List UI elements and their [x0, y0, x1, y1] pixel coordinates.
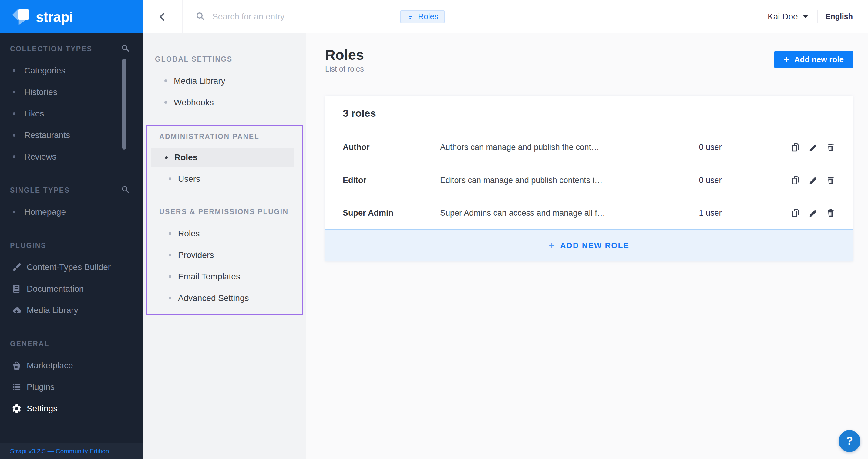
filter-icon: [407, 13, 414, 20]
settings-item-advanced-settings[interactable]: Advanced Settings: [147, 287, 302, 309]
bullet-icon: [168, 232, 172, 235]
add-new-role-button[interactable]: + Add new role: [774, 51, 853, 68]
language-selector[interactable]: English: [826, 12, 853, 21]
settings-item-users[interactable]: Users: [147, 168, 302, 190]
sidebar-item-marketplace[interactable]: Marketplace: [0, 355, 143, 376]
edit-icon[interactable]: [808, 208, 818, 218]
delete-icon[interactable]: [826, 208, 836, 218]
settings-item-roles-admin[interactable]: Roles: [151, 148, 294, 167]
chevron-left-icon: [157, 11, 168, 22]
collection-types-heading: COLLECTION TYPES: [10, 45, 92, 53]
search-icon[interactable]: [121, 185, 129, 195]
sidebar-item-media-library[interactable]: Media Library: [0, 299, 143, 321]
roles-card: 3 roles Author Authors can manage and pu…: [325, 96, 853, 261]
page-subtitle: List of roles: [325, 65, 364, 73]
roles-count: 3 roles: [325, 96, 853, 131]
edit-icon[interactable]: [808, 175, 818, 185]
add-new-role-footer-button[interactable]: + ADD NEW ROLE: [325, 230, 853, 261]
topbar-right: Kai Doe English: [458, 0, 868, 33]
role-name: Author: [343, 143, 440, 152]
page-title: Roles: [325, 47, 364, 63]
sidebar-item-restaurants[interactable]: Restaurants: [0, 124, 143, 146]
sidebar-item-reviews[interactable]: Reviews: [0, 146, 143, 167]
help-button[interactable]: ?: [839, 430, 860, 452]
gear-icon: [11, 403, 23, 415]
bullet-icon: [165, 156, 168, 159]
main-sidebar: strapi COLLECTION TYPES Categories Histo…: [0, 0, 143, 459]
duplicate-icon[interactable]: [790, 142, 801, 153]
sidebar-item-histories[interactable]: Histories: [0, 81, 143, 103]
duplicate-icon[interactable]: [790, 208, 801, 218]
table-row-author[interactable]: Author Authors can manage and publish th…: [325, 131, 853, 164]
caret-down-icon: [803, 15, 808, 18]
sidebar-item-homepage[interactable]: Homepage: [0, 201, 143, 223]
search-input[interactable]: [212, 12, 400, 22]
bullet-icon: [13, 112, 16, 115]
role-user-count: 1 user: [680, 208, 741, 218]
sidebar-item-plugins[interactable]: Plugins: [0, 376, 143, 398]
plus-icon: +: [783, 54, 789, 64]
search-icon[interactable]: [121, 44, 129, 54]
book-icon: [11, 283, 23, 295]
table-row-editor[interactable]: Editor Editors can manage and publish co…: [325, 164, 853, 196]
settings-item-media-library[interactable]: Media Library: [143, 70, 306, 92]
table-row-super-admin[interactable]: Super Admin Super Admins can access and …: [325, 196, 853, 230]
strapi-admin-app: strapi COLLECTION TYPES Categories Histo…: [0, 0, 868, 459]
bullet-icon: [164, 101, 167, 104]
bullet-icon: [164, 80, 167, 82]
bullet-icon: [168, 254, 172, 256]
basket-icon: [11, 360, 23, 371]
delete-icon[interactable]: [826, 142, 836, 153]
search-bar: Roles: [183, 0, 458, 33]
section-collection-types: COLLECTION TYPES Categories Histories Li…: [0, 42, 143, 167]
section-single-types: SINGLE TYPES Homepage: [0, 183, 143, 223]
bullet-icon: [13, 211, 16, 213]
role-user-count: 0 user: [680, 176, 741, 185]
administration-panel-heading: ADMINISTRATION PANEL: [147, 129, 302, 144]
duplicate-icon[interactable]: [790, 175, 801, 185]
role-name: Super Admin: [343, 208, 440, 218]
sidebar-item-likes[interactable]: Likes: [0, 103, 143, 124]
cloud-upload-icon: [11, 305, 23, 316]
settings-item-webhooks[interactable]: Webhooks: [143, 92, 306, 113]
version-link[interactable]: Strapi v3.2.5 — Community Edition: [0, 443, 143, 459]
section-plugins: PLUGINS Content-Types Builder Documentat…: [0, 239, 143, 321]
bullet-icon: [13, 91, 16, 93]
edit-icon[interactable]: [808, 142, 818, 153]
role-name: Editor: [343, 176, 440, 185]
role-description: Editors can manage and publish contents …: [440, 176, 680, 185]
plus-icon: +: [549, 240, 555, 251]
single-types-heading: SINGLE TYPES: [10, 186, 70, 194]
settings-item-email-templates[interactable]: Email Templates: [147, 266, 302, 287]
sidebar-item-settings[interactable]: Settings: [0, 398, 143, 419]
role-description: Authors can manage and publish the cont…: [440, 143, 680, 152]
role-user-count: 0 user: [680, 143, 741, 152]
filter-chip-roles[interactable]: Roles: [400, 10, 445, 23]
delete-icon[interactable]: [826, 175, 836, 185]
sidebar-nav: COLLECTION TYPES Categories Histories Li…: [0, 33, 143, 419]
plugins-heading: PLUGINS: [10, 242, 46, 250]
main-content: Roles List of roles + Add new role 3 rol…: [306, 33, 868, 459]
sidebar-item-content-types-builder[interactable]: Content-Types Builder: [0, 256, 143, 278]
back-button[interactable]: [143, 0, 183, 33]
bullet-icon: [168, 178, 172, 180]
settings-item-providers[interactable]: Providers: [147, 244, 302, 266]
topbar: Roles Kai Doe English: [143, 0, 868, 33]
bullet-icon: [168, 297, 172, 299]
sidebar-scrollbar[interactable]: [122, 59, 126, 150]
sidebar-item-categories[interactable]: Categories: [0, 60, 143, 81]
general-heading: GENERAL: [10, 340, 50, 348]
settings-item-roles-plugin[interactable]: Roles: [147, 223, 302, 244]
bullet-icon: [168, 275, 172, 278]
role-description: Super Admins can access and manage all f…: [440, 208, 680, 218]
question-mark-icon: ?: [846, 435, 853, 448]
settings-sub-nav: GLOBAL SETTINGS Media Library Webhooks A…: [143, 33, 306, 459]
strapi-logo-text: strapi: [36, 8, 73, 25]
user-menu[interactable]: Kai Doe: [768, 12, 808, 22]
strapi-logo[interactable]: strapi: [0, 0, 143, 33]
bullet-icon: [13, 69, 16, 72]
sidebar-item-documentation[interactable]: Documentation: [0, 278, 143, 299]
highlighted-settings-group: ADMINISTRATION PANEL Roles Users USERS &…: [146, 125, 303, 315]
bullet-icon: [13, 155, 16, 158]
section-general: GENERAL Marketplace Plugins Settings: [0, 337, 143, 419]
